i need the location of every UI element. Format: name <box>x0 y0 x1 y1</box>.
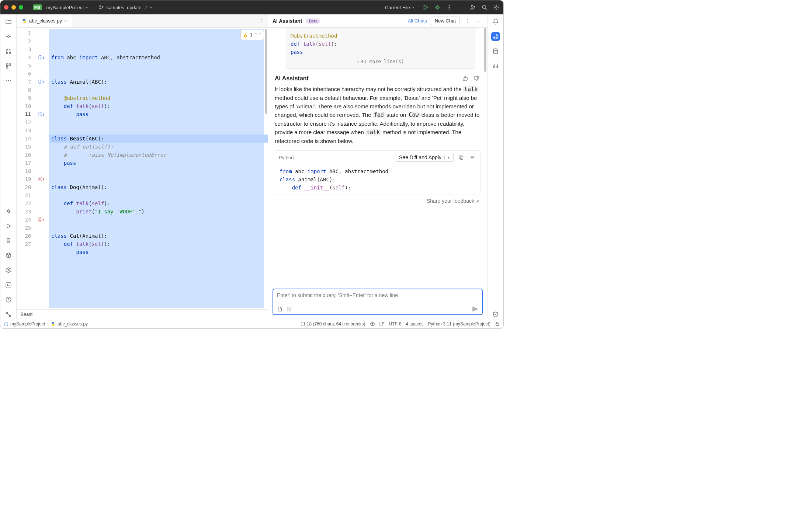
run-tool-icon[interactable] <box>4 222 13 230</box>
attach-context-icon[interactable] <box>277 306 282 312</box>
accessibility-icon[interactable] <box>370 321 375 327</box>
editor-area: abc_classes.py × ⋮ 1 ˄ ˅ 123456789101112… <box>17 14 268 319</box>
svg-rect-25 <box>6 283 11 287</box>
svg-rect-31 <box>460 157 463 160</box>
assistant-input-box[interactable] <box>273 289 483 315</box>
indent-settings[interactable]: 4 spaces <box>406 321 424 327</box>
implements-icon[interactable]: ⓘ↓ <box>38 78 45 86</box>
more-tools-icon[interactable] <box>4 76 13 85</box>
structure-tool-icon[interactable] <box>4 62 13 70</box>
run-config-label: Current File <box>385 5 410 10</box>
project-selector[interactable]: MS mySampleProject ▾ <box>30 3 91 12</box>
save-prompt-icon[interactable] <box>286 306 292 312</box>
minimize-panel-icon[interactable]: — <box>475 18 483 24</box>
previous-code-snippet: @abstractmethod def talk(self): pass ▾43… <box>286 28 475 69</box>
title-bar: MS mySampleProject ▾ samples_update ↗ ▾ … <box>0 0 503 14</box>
close-tab-icon[interactable]: × <box>64 18 67 24</box>
folder-icon: ▢ <box>4 321 8 327</box>
assistant-message-body: It looks like the inheritance hierarchy … <box>275 85 480 145</box>
tab-filename: abc_classes.py <box>29 18 62 24</box>
more-actions-icon[interactable] <box>446 4 452 11</box>
project-tool-icon[interactable] <box>4 17 13 26</box>
commit-tool-icon[interactable] <box>4 32 13 41</box>
sender-name: AI Assistant <box>275 75 309 82</box>
assistant-input-area <box>268 286 487 319</box>
editor-scrollbar[interactable] <box>265 29 267 114</box>
run-button[interactable] <box>422 4 429 11</box>
svg-rect-36 <box>496 324 499 325</box>
debug-button[interactable] <box>434 4 441 11</box>
terminal-tool-icon[interactable] <box>4 280 13 289</box>
code-with-me-icon[interactable] <box>469 4 476 11</box>
code-suggestion-card: Python See Diff and Apply ▾ from abc imp… <box>275 150 480 195</box>
copy-code-icon[interactable] <box>457 155 465 160</box>
share-feedback-link[interactable]: Share your feedback ↗ <box>275 195 480 204</box>
new-chat-button[interactable]: New Chat <box>431 17 460 25</box>
branch-icon <box>99 5 104 10</box>
python-file-icon <box>51 322 55 326</box>
minimize-window-icon[interactable] <box>11 5 16 10</box>
overrides-icon[interactable]: ⓞ↑ <box>38 216 45 224</box>
endpoints-tool-icon[interactable] <box>491 62 500 70</box>
settings-icon[interactable] <box>493 4 500 11</box>
code-content[interactable]: from abc import ABC, abstractmethodclass… <box>49 28 268 309</box>
python-interpreter[interactable]: Python 3.11 (mySampleProject) <box>428 321 490 327</box>
chevron-down-icon[interactable]: ▾ <box>444 156 450 160</box>
svg-point-28 <box>9 315 11 317</box>
project-name: mySampleProject <box>46 5 84 10</box>
run-config-selector[interactable]: Current File ▾ <box>382 3 417 12</box>
prev-highlight-icon[interactable]: ˄ <box>255 31 257 39</box>
search-icon[interactable] <box>481 4 488 11</box>
assistant-menu-icon[interactable]: ⋮ <box>464 18 471 24</box>
svg-point-11 <box>7 36 9 38</box>
editor-gutter: 1234567891011121314151617181920212223242… <box>17 28 49 309</box>
warning-icon <box>243 33 248 38</box>
tab-menu-icon[interactable]: ⋮ <box>254 14 268 27</box>
close-window-icon[interactable] <box>4 5 8 10</box>
services-tool-icon[interactable] <box>4 266 13 275</box>
see-diff-apply-button[interactable]: See Diff and Apply ▾ <box>395 153 454 162</box>
code-editor[interactable]: 1 ˄ ˅ 1234567891011121314151617181920212… <box>17 28 268 309</box>
database-tool-icon[interactable] <box>491 47 500 56</box>
pull-requests-icon[interactable] <box>4 47 13 56</box>
overrides-icon[interactable]: ⓞ↑ <box>38 175 45 183</box>
svg-point-10 <box>496 7 497 8</box>
python-packages-icon[interactable] <box>4 251 13 260</box>
editor-tab[interactable]: abc_classes.py × <box>17 14 72 27</box>
maximize-window-icon[interactable] <box>19 5 23 10</box>
chevron-down-icon: ▾ <box>412 6 414 10</box>
ai-assistant-tool-icon[interactable] <box>491 32 500 41</box>
notifications-icon[interactable] <box>491 17 500 26</box>
navbar-breadcrumb[interactable]: ▢ mySampleProject › abc_classes.py <box>4 321 88 327</box>
debug-tool-icon[interactable] <box>4 207 13 216</box>
assistant-chat-body[interactable]: @abstractmethod def talk(self): pass ▾43… <box>268 28 487 286</box>
svg-point-18 <box>6 80 6 81</box>
svg-rect-15 <box>6 64 8 66</box>
code-language-label: Python <box>279 155 294 160</box>
editor-breadcrumb[interactable]: Beast <box>17 309 268 319</box>
expand-code-link[interactable]: ▾43 more line(s) <box>291 56 471 66</box>
readonly-lock-icon[interactable] <box>495 321 500 326</box>
shield-tool-icon[interactable] <box>491 310 500 319</box>
all-chats-link[interactable]: All Chats <box>408 18 427 24</box>
next-highlight-icon[interactable]: ˅ <box>259 31 261 39</box>
insert-code-icon[interactable] <box>469 155 476 160</box>
problems-tool-icon[interactable] <box>4 295 13 304</box>
svg-point-27 <box>6 312 7 314</box>
thumbs-up-icon[interactable] <box>461 76 469 81</box>
ai-assistant-panel: AI Assistant Beta All Chats New Chat ⋮ —… <box>268 14 487 319</box>
python-console-icon[interactable] <box>4 236 13 245</box>
assistant-input[interactable] <box>277 292 478 305</box>
vcs-tool-icon[interactable] <box>4 310 13 319</box>
file-encoding[interactable]: UTF-8 <box>389 321 402 327</box>
thumbs-down-icon[interactable] <box>472 76 480 81</box>
implements-icon[interactable]: ⓘ↓ <box>38 110 45 118</box>
inspection-badge[interactable]: 1 ˄ ˅ <box>240 30 264 40</box>
caret-position[interactable]: 11:18 (760 chars, 64 line breaks) <box>301 321 365 327</box>
send-message-icon[interactable] <box>472 306 478 312</box>
git-branch-selector[interactable]: samples_update ↗ ▾ <box>96 3 155 12</box>
implements-icon[interactable]: ⓘ↓ <box>38 53 45 62</box>
line-separator[interactable]: LF <box>379 321 385 327</box>
gutter-icons: ⓘ↓ⓘ↓ⓘ↓ⓞ↑ⓞ↑ <box>34 28 49 309</box>
assistant-scrollbar[interactable] <box>484 28 486 72</box>
